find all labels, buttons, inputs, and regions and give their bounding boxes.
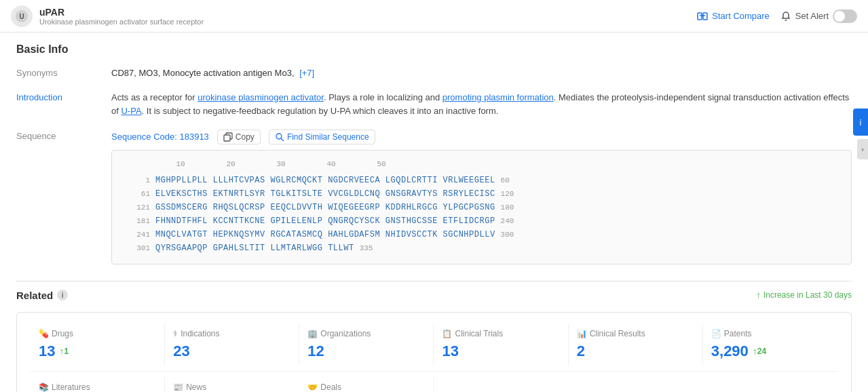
basic-info-section: Basic Info Synonyms CD87, MO3, Monocyte … (16, 43, 852, 264)
card-drugs-value: 13 ↑ 1 (39, 342, 156, 360)
promoting-link[interactable]: promoting plasmin formation (442, 92, 554, 102)
card-drugs-label: 💊 Drugs (39, 329, 156, 338)
card-drugs-delta: ↑ 1 (59, 346, 69, 357)
card-deals-label: 🤝 Deals (307, 383, 425, 392)
card-indications-label: ⚕ Indications (173, 329, 290, 338)
organizations-icon: 🏢 (307, 329, 318, 338)
card-clinical-results[interactable]: 📊 Clinical Results 2 (569, 324, 703, 366)
compare-icon (697, 11, 708, 22)
card-literatures-label: 📚 Literatures (39, 383, 156, 392)
seq-row-1: 1 MGHPPLLPLL LLLHTCVPAS WGLRCMQCKT NGDCR… (123, 174, 840, 187)
seq-row-6: 301 QYRSGAAPQP GPAHLSLTIT LLMTARLWGG TLL… (123, 242, 840, 254)
bell-icon (780, 11, 791, 22)
seq-row-4: 181 FHNNDTFHFL KCCNTTKCNE GPILELENLP QNG… (123, 215, 840, 227)
card-clinical-trials-value: 13 (442, 342, 559, 360)
sequence-code-link[interactable]: Sequence Code: 183913 (111, 130, 209, 144)
start-compare-button[interactable]: Start Compare (697, 11, 770, 22)
card-news-label: 📰 News (173, 383, 291, 392)
sequence-label: Sequence (16, 130, 111, 141)
card-indications-value: 23 (173, 342, 290, 360)
synonyms-row: Synonyms CD87, MO3, Monocyte activation … (16, 66, 852, 80)
card-clinical-results-label: 📊 Clinical Results (577, 329, 694, 338)
related-title: Related i (16, 290, 68, 301)
similar-icon (275, 132, 284, 142)
copy-button[interactable]: Copy (217, 130, 261, 144)
seq-row-3: 121 GSSDMSCERG RHQSLQCRSP EEQCLDVVTH WIQ… (123, 201, 840, 214)
card-organizations-label: 🏢 Organizations (307, 329, 425, 338)
clinical-trials-icon: 📋 (442, 329, 452, 338)
introduction-value: Acts as a receptor for urokinase plasmin… (111, 91, 852, 119)
clinical-results-icon: 📊 (577, 329, 587, 338)
card-patents-value: 3,290 ↑ 24 (711, 342, 829, 360)
related-cards-container: 💊 Drugs 13 ↑ 1 ⚕ Indications 23 (16, 312, 852, 392)
drugs-icon: 💊 (39, 329, 49, 338)
synonyms-value: CD87, MO3, Monocyte activation antigen M… (111, 66, 852, 80)
urokinase-link[interactable]: urokinase plasminogen activator (197, 92, 324, 102)
related-header: Related i ↑ Increase in Last 30 days (16, 290, 852, 301)
card-patents-label: 📄 Patents (711, 329, 829, 338)
sequence-row: Sequence Sequence Code: 183913 Copy (16, 130, 852, 264)
find-similar-button[interactable]: Find Similar Sequence (269, 130, 375, 144)
app-logo: U (11, 5, 33, 27)
basic-info-title: Basic Info (16, 43, 852, 56)
sequence-header: Sequence Code: 183913 Copy Find (111, 130, 852, 144)
card-patents-delta: ↑ 24 (753, 346, 766, 357)
svg-rect-2 (698, 13, 702, 20)
cards-row-divider (31, 371, 837, 372)
card-patents[interactable]: 📄 Patents 3,290 ↑ 24 (703, 324, 837, 366)
introduction-label[interactable]: Introduction (16, 91, 111, 102)
app-title: uPAR Urokinase plasminogen activator sur… (39, 7, 204, 26)
card-drugs[interactable]: 💊 Drugs 13 ↑ 1 (31, 324, 165, 366)
related-info-icon[interactable]: i (57, 290, 68, 300)
app-title-sub: Urokinase plasminogen activator surface … (39, 18, 204, 26)
info-bubble[interactable]: i (853, 109, 868, 136)
card-news[interactable]: 📰 News 48 ↑ 4 (165, 377, 299, 392)
header-right: Start Compare Set Alert (697, 9, 857, 23)
alert-toggle[interactable] (833, 9, 857, 23)
set-alert-button[interactable]: Set Alert (780, 9, 857, 23)
sequence-ruler: 10 20 30 40 50 (123, 159, 840, 170)
seq-row-5: 241 MNQCLVATGT HEPKNQSYMV RGCATASMCQ HAH… (123, 229, 840, 241)
header-left: U uPAR Urokinase plasminogen activator s… (11, 5, 204, 27)
upa-link[interactable]: U-PA (121, 106, 141, 116)
svg-text:U: U (19, 13, 24, 20)
deals-icon: 🤝 (307, 383, 318, 392)
sequence-value: Sequence Code: 183913 Copy Find (111, 130, 852, 264)
literatures-icon: 📚 (39, 383, 49, 392)
svg-line-8 (281, 138, 284, 141)
increase-label: ↑ Increase in Last 30 days (756, 290, 852, 300)
card-indications[interactable]: ⚕ Indications 23 (165, 324, 299, 366)
patents-icon: 📄 (711, 329, 721, 338)
main-content: Basic Info Synonyms CD87, MO3, Monocyte … (0, 33, 868, 392)
indications-icon: ⚕ (173, 329, 178, 338)
seq-row-2: 61 ELVEKSCTHS EKTNRTLSYR TGLKITSLTE VVCG… (123, 188, 840, 200)
svg-point-7 (276, 134, 282, 139)
card-clinical-trials[interactable]: 📋 Clinical Trials 13 (434, 324, 568, 366)
svg-rect-6 (224, 135, 230, 141)
related-section: Related i ↑ Increase in Last 30 days 💊 D… (16, 281, 852, 392)
introduction-row: Introduction Acts as a receptor for urok… (16, 91, 852, 119)
sequence-box: 10 20 30 40 50 1 MGHPPLLPLL LLLHTCVPAS W… (111, 150, 852, 264)
synonyms-label: Synonyms (16, 66, 111, 78)
svg-rect-3 (703, 13, 707, 20)
card-deals[interactable]: 🤝 Deals 4 (299, 377, 434, 392)
card-organizations[interactable]: 🏢 Organizations 12 (299, 324, 434, 366)
card-organizations-value: 12 (307, 342, 425, 360)
card-clinical-results-value: 2 (577, 342, 694, 360)
expand-bubble[interactable]: › (857, 139, 868, 159)
header: U uPAR Urokinase plasminogen activator s… (0, 0, 868, 33)
card-literatures[interactable]: 📚 Literatures 4,928 (31, 377, 165, 392)
card-clinical-trials-label: 📋 Clinical Trials (442, 329, 559, 338)
copy-icon (223, 132, 233, 142)
increase-arrow-icon: ↑ (756, 290, 761, 300)
news-icon: 📰 (173, 383, 183, 392)
synonyms-more-link[interactable]: [+7] (299, 68, 314, 78)
app-title-main: uPAR (39, 7, 204, 18)
